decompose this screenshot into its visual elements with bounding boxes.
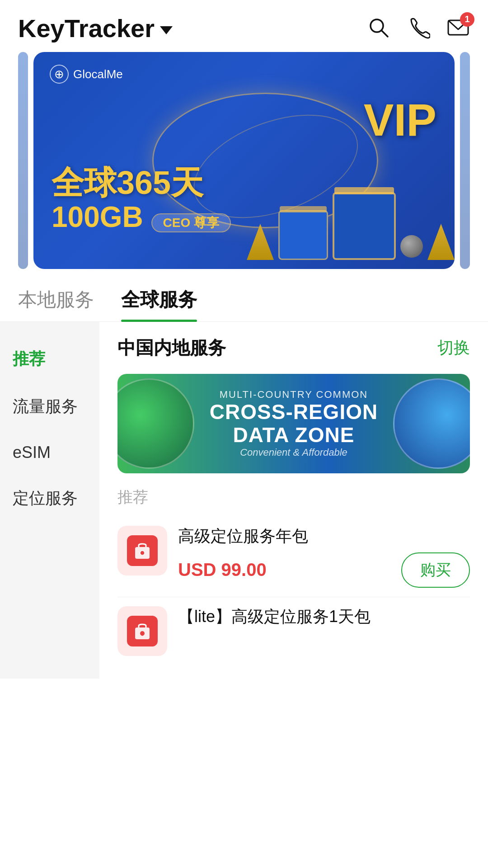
ball-decoration [400,235,423,258]
sidebar-item-data-service[interactable]: 流量服务 [0,383,99,430]
title-area: KeyTracker [18,14,173,43]
tree-icon-right [427,224,455,260]
gift-box-large [333,192,396,260]
message-badge: 1 [460,12,474,27]
product-price-row-0: USD 99.00 购买 [178,552,470,588]
banner-carousel: ⊕ GlocalMe 全球365天 100GB CEO 尊享 VIP [0,52,488,269]
section-title: 中国内地服务 [117,335,226,360]
banner-main[interactable]: ⊕ GlocalMe 全球365天 100GB CEO 尊享 VIP [33,52,455,269]
cross-region-line1: CROSS-REGION [210,401,378,424]
product-item-0[interactable]: 高级定位服务年包 USD 99.00 购买 [117,517,470,597]
tabs: 本地服务 全球服务 [0,269,488,322]
product-icon-0 [117,526,167,576]
banner-ceo-label: CEO 尊享 [151,213,231,233]
location-bag-icon [132,541,152,561]
product-info-0: 高级定位服务年包 USD 99.00 购买 [178,526,470,588]
product-info-1: 【lite】高级定位服务1天包 [178,606,470,633]
sidebar-item-recommend[interactable]: 推荐 [0,335,99,383]
gift-box-small [278,210,328,260]
svg-line-1 [381,30,388,37]
product-item-1[interactable]: 【lite】高级定位服务1天包 [117,597,470,665]
chevron-down-icon[interactable] [160,26,173,34]
banner-side-left [18,52,28,269]
gifts-decoration [247,192,455,260]
banner-side-right [460,52,470,269]
globe-logo-icon: ⊕ [50,65,69,84]
phone-icon [407,16,430,39]
search-button[interactable] [367,16,390,41]
sidebar-item-location-service[interactable]: 定位服务 [0,475,99,522]
section-header: 中国内地服务 切换 [117,335,470,360]
convenient-label: Convenient & Affordable [210,447,378,458]
message-button[interactable]: 1 [446,16,470,41]
buy-button-0[interactable]: 购买 [401,552,470,588]
content-area: 推荐 流量服务 eSIM 定位服务 中国内地服务 切换 MULTI-COUNTR… [0,322,488,679]
banner-line2: 100GB CEO 尊享 [52,201,231,233]
search-icon [367,16,390,39]
tab-local-service[interactable]: 本地服务 [18,287,94,321]
cross-region-banner[interactable]: MULTI-COUNTRY COMMON CROSS-REGION DATA Z… [117,374,470,473]
header: KeyTracker 1 [0,0,488,52]
banner-vip-text: VIP [364,97,436,142]
product-icon-1 [117,606,167,656]
banner-text-block: 全球365天 100GB CEO 尊享 [52,165,231,233]
sidebar-item-esim[interactable]: eSIM [0,430,99,475]
recommend-section-label: 推荐 [117,487,470,508]
switch-button[interactable]: 切换 [437,337,470,359]
product-price-0: USD 99.00 [178,560,267,580]
product-icon-inner-1 [127,616,158,646]
globe-left-icon [117,378,194,469]
header-icons: 1 [367,16,470,41]
globe-right-icon [393,378,470,469]
banner-logo: ⊕ GlocalMe [50,65,123,84]
multi-country-label: MULTI-COUNTRY COMMON [210,389,378,401]
product-icon-inner-0 [127,535,158,566]
app-title: KeyTracker [18,14,155,43]
tree-icon [247,224,274,260]
sidebar: 推荐 流量服务 eSIM 定位服务 [0,322,99,679]
product-name-0: 高级定位服务年包 [178,526,470,547]
banner-line1: 全球365天 [52,165,231,201]
cross-region-line2: DATA ZONE [210,424,378,447]
cross-region-text-block: MULTI-COUNTRY COMMON CROSS-REGION DATA Z… [210,389,378,458]
location-bag-icon-2 [132,621,152,641]
right-panel: 中国内地服务 切换 MULTI-COUNTRY COMMON CROSS-REG… [99,322,488,679]
tab-global-service[interactable]: 全球服务 [121,287,197,321]
phone-button[interactable] [407,16,430,41]
product-name-1: 【lite】高级定位服务1天包 [178,606,470,627]
